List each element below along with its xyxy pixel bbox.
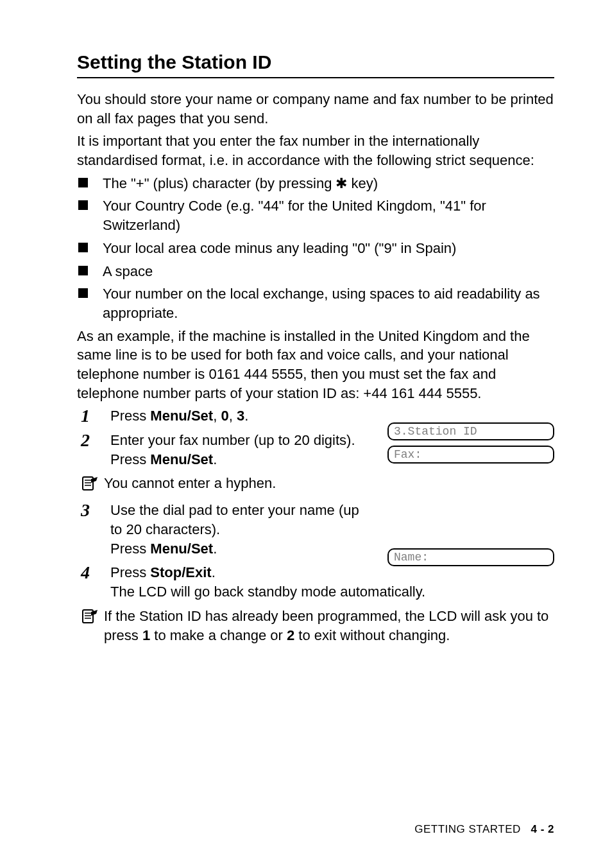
step-text: ,	[229, 408, 237, 424]
format-list: The "+" (plus) character (by pressing ✱ …	[77, 174, 554, 323]
star-icon: ✱	[336, 174, 347, 193]
step-text: Press	[110, 451, 150, 467]
page-footer: GETTING STARTED 4 - 2	[414, 823, 554, 836]
step-key: Menu/Set	[150, 451, 213, 467]
step-text: Use the dial pad to enter your name (up …	[110, 501, 367, 539]
note-hyphen: You cannot enter a hyphen.	[77, 474, 554, 494]
step-text: .	[244, 408, 248, 424]
list-item: Your number on the local exchange, using…	[77, 284, 554, 322]
intro-paragraph-1: You should store your name or company na…	[77, 90, 554, 128]
note-programmed: If the Station ID has already been progr…	[77, 607, 554, 645]
step-text: ,	[213, 408, 221, 424]
step-text: Press	[110, 408, 150, 424]
list-item: A space	[77, 262, 554, 281]
intro-paragraph-2: It is important that you enter the fax n…	[77, 132, 554, 169]
note-text: You cannot enter a hyphen.	[104, 474, 276, 493]
steps-list: Press Menu/Set, 0, 3. Enter your fax num…	[77, 406, 554, 469]
note-text: If the Station ID has already been progr…	[104, 607, 554, 645]
step-2: Enter your fax number (up to 20 digits).…	[77, 431, 554, 469]
step-text: Enter your fax number (up to 20 digits).	[110, 431, 367, 450]
step-key: Stop/Exit	[150, 564, 211, 580]
list-item: The "+" (plus) character (by pressing ✱ …	[77, 174, 554, 193]
footer-section: GETTING STARTED	[414, 823, 521, 835]
steps-list-cont: Use the dial pad to enter your name (up …	[77, 501, 554, 601]
example-paragraph: As an example, if the machine is install…	[77, 327, 554, 403]
footer-page-number: 4 - 2	[531, 823, 554, 835]
step-text: Press	[110, 541, 150, 557]
page-title: Setting the Station ID	[77, 51, 554, 78]
step-4: Press Stop/Exit. The LCD will go back st…	[77, 563, 554, 601]
step-key: Menu/Set	[150, 541, 213, 557]
step-text: Press	[110, 564, 150, 580]
step-key: Menu/Set	[150, 408, 213, 424]
step-text: .	[212, 564, 216, 580]
list-item: Your Country Code (e.g. "44" for the Uni…	[77, 196, 554, 234]
list-text: key)	[347, 175, 378, 191]
list-item: Your local area code minus any leading "…	[77, 239, 554, 258]
step-1: Press Menu/Set, 0, 3.	[77, 406, 554, 426]
step-text: .	[213, 451, 217, 467]
step-text: .	[213, 541, 217, 557]
note-icon	[81, 608, 99, 627]
step-text: The LCD will go back standby mode automa…	[110, 582, 554, 602]
note-icon	[81, 475, 99, 494]
step-3: Use the dial pad to enter your name (up …	[77, 501, 554, 558]
step-key: 3	[237, 408, 244, 424]
list-text: The "+" (plus) character (by pressing	[103, 175, 336, 191]
step-key: 0	[221, 408, 228, 424]
